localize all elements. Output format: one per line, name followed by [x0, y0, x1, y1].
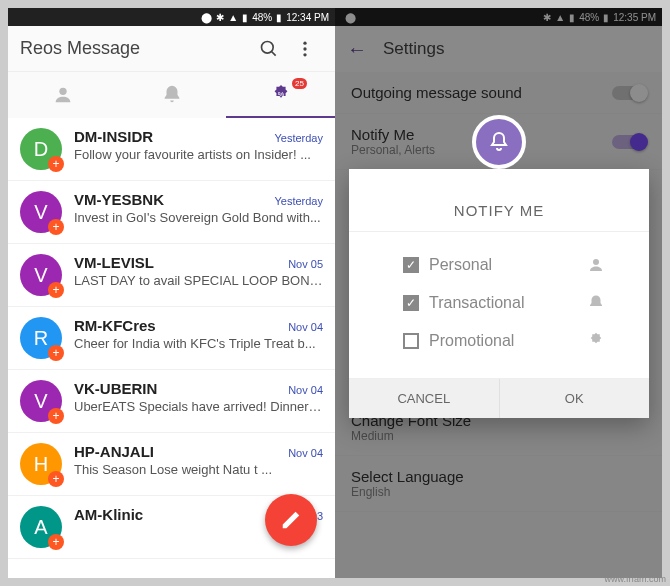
clock-text: 12:34 PM — [286, 12, 329, 23]
add-icon: + — [48, 219, 64, 235]
message-snippet: Invest in GoI's Sovereign Gold Bond with… — [74, 210, 323, 225]
signal-icon: ▮ — [242, 12, 248, 23]
option-transactional[interactable]: ✓ Transactional — [373, 284, 625, 322]
compose-fab[interactable] — [265, 494, 317, 546]
tab-alerts[interactable] — [117, 72, 226, 118]
option-label: Promotional — [429, 332, 514, 350]
avatar: V+ — [20, 380, 62, 422]
message-date: Nov 04 — [288, 321, 323, 333]
dialog-title: NOTIFY ME — [349, 196, 649, 232]
message-date: Nov 04 — [288, 384, 323, 396]
conversation-row[interactable]: V+VM-YESBNKYesterdayInvest in GoI's Sove… — [8, 181, 335, 244]
svg-text:%: % — [277, 90, 284, 99]
message-date: Nov 05 — [288, 258, 323, 270]
dialog-bell-icon — [472, 115, 526, 169]
message-snippet: Cheer for India with KFC's Triple Treat … — [74, 336, 323, 351]
sender-name: AM-Klinic — [74, 506, 143, 523]
avatar: R+ — [20, 317, 62, 359]
option-label: Personal — [429, 256, 492, 274]
svg-line-1 — [272, 51, 276, 55]
add-icon: + — [48, 282, 64, 298]
search-button[interactable] — [251, 31, 287, 67]
avatar: A+ — [20, 506, 62, 548]
discount-icon: % — [270, 84, 292, 106]
notification-icon: ⬤ — [201, 12, 212, 23]
svg-point-4 — [303, 53, 306, 56]
option-promotional[interactable]: Promotional — [373, 322, 625, 360]
bell-icon — [587, 294, 605, 312]
conversation-list: D+DM-INSIDRYesterdayFollow your favourit… — [8, 118, 335, 559]
add-icon: + — [48, 345, 64, 361]
sender-name: RM-KFCres — [74, 317, 156, 334]
option-label: Transactional — [429, 294, 524, 312]
conversation-row[interactable]: H+HP-ANJALINov 04This Season Lose weight… — [8, 433, 335, 496]
message-snippet: Follow your favourite artists on Insider… — [74, 147, 323, 162]
add-icon: + — [48, 471, 64, 487]
battery-text: 48% — [252, 12, 272, 23]
cancel-button[interactable]: CANCEL — [349, 379, 499, 418]
sender-name: VK-UBERIN — [74, 380, 157, 397]
search-icon — [259, 39, 279, 59]
svg-point-3 — [303, 47, 306, 50]
bluetooth-icon: ✱ — [216, 12, 224, 23]
app-header: Reos Message — [8, 26, 335, 72]
checkbox-personal[interactable]: ✓ — [403, 257, 419, 273]
overflow-button[interactable] — [287, 31, 323, 67]
conversation-row[interactable]: R+RM-KFCresNov 04Cheer for India with KF… — [8, 307, 335, 370]
avatar: V+ — [20, 191, 62, 233]
message-date: Nov 04 — [288, 447, 323, 459]
message-snippet: This Season Lose weight Natu t ... — [74, 462, 323, 477]
svg-point-7 — [593, 259, 599, 265]
sender-name: HP-ANJALI — [74, 443, 154, 460]
person-icon — [52, 84, 74, 106]
conversation-row[interactable]: V+VK-UBERINNov 04UberEATS Specials have … — [8, 370, 335, 433]
phone-messages: ⬤ ✱ ▲ ▮ 48% ▮ 12:34 PM Reos Message % 25… — [8, 8, 335, 578]
battery-icon: ▮ — [276, 12, 282, 23]
avatar: D+ — [20, 128, 62, 170]
message-date: Yesterday — [274, 195, 323, 207]
notify-dialog: NOTIFY ME ✓ Personal ✓ Transactional — [349, 169, 649, 418]
add-icon: + — [48, 534, 64, 550]
message-date: Yesterday — [274, 132, 323, 144]
tab-promo[interactable]: % 25 — [226, 72, 335, 118]
app-title: Reos Message — [20, 38, 251, 59]
person-icon — [587, 256, 605, 274]
svg-point-5 — [59, 88, 66, 95]
promo-badge: 25 — [292, 78, 307, 89]
option-personal[interactable]: ✓ Personal — [373, 246, 625, 284]
svg-point-0 — [262, 41, 274, 53]
status-bar: ⬤ ✱ ▲ ▮ 48% ▮ 12:34 PM — [8, 8, 335, 26]
sender-name: DM-INSIDR — [74, 128, 153, 145]
add-icon: + — [48, 408, 64, 424]
checkbox-transactional[interactable]: ✓ — [403, 295, 419, 311]
avatar: V+ — [20, 254, 62, 296]
compose-icon — [280, 509, 302, 531]
svg-point-2 — [303, 41, 306, 44]
avatar: H+ — [20, 443, 62, 485]
bell-icon — [161, 84, 183, 106]
watermark: www.frfam.com — [604, 574, 666, 584]
conversation-row[interactable]: D+DM-INSIDRYesterdayFollow your favourit… — [8, 118, 335, 181]
phone-settings: ⬤ ✱ ▲ ▮ 48% ▮ 12:35 PM ← Settings Outgoi… — [335, 8, 662, 578]
dialog-overlay: NOTIFY ME ✓ Personal ✓ Transactional — [335, 8, 662, 578]
tab-personal[interactable] — [8, 72, 117, 118]
add-icon: + — [48, 156, 64, 172]
ok-button[interactable]: OK — [499, 379, 650, 418]
sender-name: VM-LEVISL — [74, 254, 154, 271]
message-snippet: LAST DAY to avail SPECIAL LOOP BONU... — [74, 273, 323, 288]
sender-name: VM-YESBNK — [74, 191, 164, 208]
message-snippet: UberEATS Specials have arrived! Dinner .… — [74, 399, 323, 414]
more-vert-icon — [295, 39, 315, 59]
conversation-row[interactable]: V+VM-LEVISLNov 05LAST DAY to avail SPECI… — [8, 244, 335, 307]
checkbox-promotional[interactable] — [403, 333, 419, 349]
wifi-icon: ▲ — [228, 12, 238, 23]
tab-bar: % 25 — [8, 72, 335, 118]
discount-icon — [587, 332, 605, 350]
